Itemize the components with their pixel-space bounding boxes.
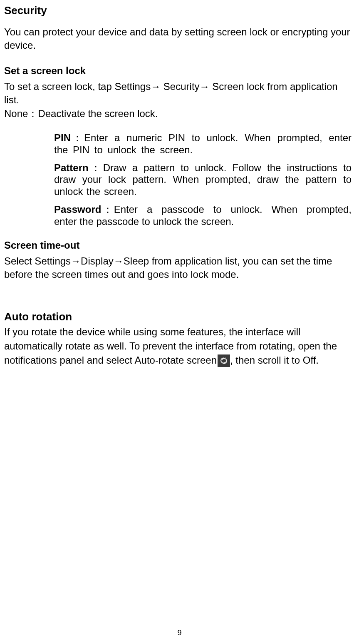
timeout-heading: Screen time-out [4,240,355,251]
auto-rotation-heading: Auto rotation [4,310,355,323]
password-item: Password：Enter a passcode to unlock. Whe… [54,204,352,228]
pin-item: PIN：Enter a numeric PIN to unlock. When … [54,132,352,156]
timeout-section: Screen time-out Select Settings→Display→… [4,240,355,282]
page-number: 9 [0,629,359,637]
password-desc-1: Enter a passcode to unlock. When prompte… [114,204,352,215]
none-desc: Deactivate the screen lock. [38,108,158,119]
security-heading: Security [4,4,355,17]
lock-options-list: PIN：Enter a numeric PIN to unlock. When … [54,132,352,228]
colon-sep: ： [101,204,114,215]
timeout-display: Display [81,255,114,267]
arrow-icon: → [200,81,210,92]
screen-lock-heading: Set a screen lock [4,65,355,77]
none-item: None：Deactivate the screen lock. [4,107,355,120]
rotation-part2: , then scroll it to Off. [230,354,319,366]
pattern-item: Pattern：Draw a pattern to unlock. Follow… [54,162,352,198]
pattern-label: Pattern [54,162,89,173]
arrow-icon: → [114,255,124,267]
path-security: Security [161,81,199,92]
colon-sep: ： [89,162,103,174]
pin-label: PIN [54,132,71,143]
auto-rotation-text: If you rotate the device while using som… [4,325,355,367]
password-label: Password [54,204,101,215]
colon-sep: ： [71,132,84,144]
screen-lock-path: To set a screen lock, tap Settings→ Secu… [4,80,355,107]
arrow-icon: → [151,81,161,92]
timeout-prefix: Select Settings [4,255,71,267]
path-prefix: To set a screen lock, tap Settings [4,81,151,92]
timeout-text: Select Settings→Display→Sleep from appli… [4,255,355,282]
arrow-icon: → [71,255,81,267]
pin-desc: Enter a numeric PIN to unlock. When prom… [54,132,352,155]
auto-rotate-icon [218,354,230,367]
password-desc-2: enter the passcode to unlock the screen. [54,216,234,227]
security-intro: You can protect your device and data by … [4,25,355,52]
none-label: None [4,108,28,119]
colon-sep: ： [28,108,38,120]
